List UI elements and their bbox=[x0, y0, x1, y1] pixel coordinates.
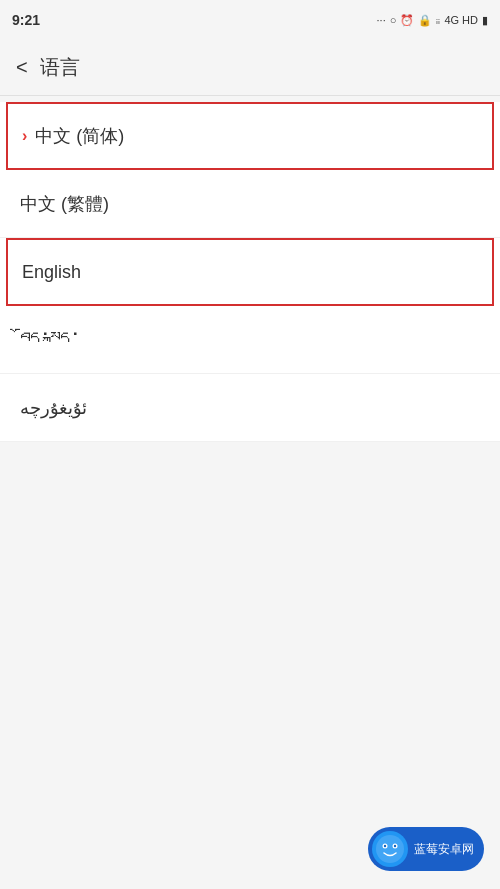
status-time: 9:21 bbox=[12, 12, 40, 28]
language-label-zh-hans: 中文 (简体) bbox=[35, 124, 124, 148]
language-item-en[interactable]: English bbox=[6, 238, 494, 306]
status-icons: ··· ○ ⏰ 🔒 ᵢᵢ 4G HD ▮ bbox=[377, 14, 488, 27]
site-name-label: 蓝莓安卓网 bbox=[414, 841, 474, 858]
back-button[interactable]: < bbox=[16, 56, 28, 79]
language-item-zh-hans[interactable]: › 中文 (简体) bbox=[6, 102, 494, 170]
svg-point-4 bbox=[394, 845, 396, 847]
svg-point-3 bbox=[384, 845, 386, 847]
battery-icon: ▮ bbox=[482, 14, 488, 27]
language-label-bo: བོད་སྐད་ bbox=[20, 328, 80, 351]
language-item-ug[interactable]: ئۇيغۇرچە bbox=[0, 374, 500, 442]
page-title: 语言 bbox=[40, 54, 80, 81]
site-badge: 蓝莓安卓网 bbox=[368, 827, 484, 871]
language-item-bo[interactable]: བོད་སྐད་ bbox=[0, 306, 500, 374]
page-container: 9:21 ··· ○ ⏰ 🔒 ᵢᵢ 4G HD ▮ < 语言 › 中文 (简体)… bbox=[0, 0, 500, 889]
language-list: › 中文 (简体) 中文 (繁體) English བོད་སྐད་ ئۇيغۇ… bbox=[0, 102, 500, 442]
header: < 语言 bbox=[0, 40, 500, 96]
language-label-zh-hant: 中文 (繁體) bbox=[20, 192, 109, 216]
alarm-icon: ⏰ bbox=[400, 14, 414, 27]
signal-dots: ··· bbox=[377, 14, 386, 26]
language-item-zh-hant[interactable]: 中文 (繁體) bbox=[0, 170, 500, 238]
svg-point-0 bbox=[376, 835, 404, 863]
language-label-en: English bbox=[22, 262, 81, 283]
status-bar: 9:21 ··· ○ ⏰ 🔒 ᵢᵢ 4G HD ▮ bbox=[0, 0, 500, 40]
site-logo-icon bbox=[372, 831, 408, 867]
network-type-label: 4G HD bbox=[444, 14, 478, 26]
clock-icon: ○ bbox=[390, 14, 397, 26]
network-signal-icon: ᵢᵢ bbox=[436, 14, 440, 27]
selected-chevron-icon: › bbox=[22, 127, 27, 145]
language-label-ug: ئۇيغۇرچە bbox=[20, 397, 87, 419]
lock-icon: 🔒 bbox=[418, 14, 432, 27]
bottom-watermark-area: 蓝莓安卓网 bbox=[0, 809, 500, 889]
